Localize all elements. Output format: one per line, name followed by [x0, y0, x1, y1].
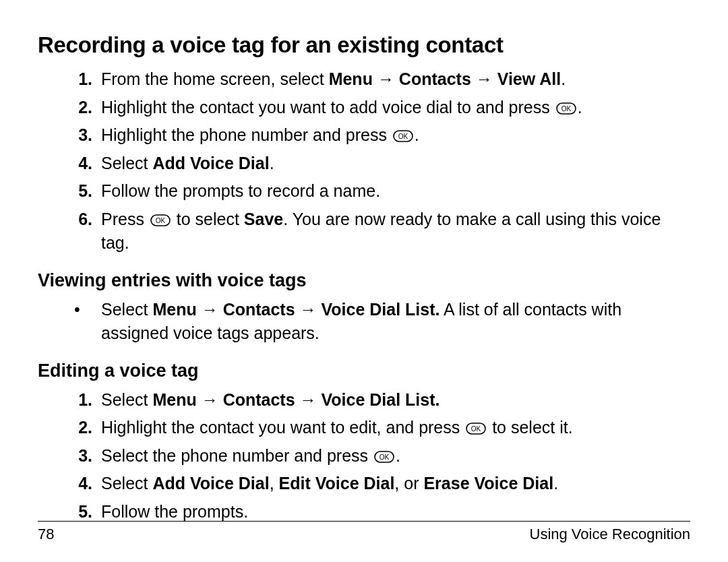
page-title: Recording a voice tag for an existing co…: [38, 32, 690, 58]
step-text: Highlight the phone number and press: [101, 125, 392, 144]
step-text: .: [553, 474, 558, 493]
list-item: Highlight the contact you want to edit, …: [97, 416, 690, 440]
step-text: , or: [394, 474, 423, 493]
list-item: Highlight the phone number and press OK.: [97, 123, 690, 148]
page-number: 78: [38, 526, 54, 543]
ok-button-icon: OK: [466, 423, 486, 435]
list-item: Select Menu → Contacts → Voice Dial List…: [97, 388, 690, 412]
chapter-title: Using Voice Recognition: [530, 526, 690, 543]
list-item: Follow the prompts to record a name.: [97, 179, 690, 204]
arrow-icon: →: [377, 69, 394, 88]
step-text: Select the phone number and press: [101, 446, 373, 465]
list-item: Follow the prompts.: [97, 500, 690, 524]
svg-text:OK: OK: [471, 425, 481, 433]
list-item: Select Add Voice Dial.: [97, 152, 690, 176]
contacts-label: Contacts: [223, 390, 295, 409]
step-text: ,: [270, 474, 279, 493]
step-text: Follow the prompts.: [101, 502, 248, 521]
erase-voice-dial-label: Erase Voice Dial: [423, 474, 553, 493]
arrow-icon: →: [476, 69, 493, 88]
arrow-icon: →: [300, 300, 317, 319]
ok-button-icon: OK: [556, 102, 576, 115]
svg-text:OK: OK: [380, 454, 390, 461]
step-text: Select: [101, 390, 152, 409]
step-text: Highlight the contact you want to edit, …: [101, 418, 464, 437]
list-item: Highlight the contact you want to add vo…: [97, 96, 690, 120]
list-item: From the home screen, select Menu → Cont…: [97, 67, 690, 92]
page-footer: 78 Using Voice Recognition: [38, 521, 690, 543]
add-voice-dial-label: Add Voice Dial: [152, 154, 269, 173]
step-text: Follow the prompts to record a name.: [101, 181, 380, 200]
editing-steps-list: Select Menu → Contacts → Voice Dial List…: [38, 388, 690, 524]
manual-page: Recording a voice tag for an existing co…: [0, 0, 728, 562]
voice-dial-list-label: Voice Dial List: [322, 390, 435, 409]
edit-voice-dial-label: Edit Voice Dial: [279, 474, 395, 493]
contacts-label: Contacts: [223, 300, 295, 319]
list-item: Select Menu → Contacts → Voice Dial List…: [70, 298, 690, 346]
step-text: to select: [172, 210, 244, 228]
ok-button-icon: OK: [374, 451, 394, 463]
list-item: Select the phone number and press OK.: [97, 444, 690, 468]
contacts-label: Contacts: [399, 69, 471, 88]
step-text: Highlight the contact you want to add vo…: [101, 98, 555, 117]
step-text: .: [270, 154, 274, 173]
step-text: .: [561, 69, 566, 88]
list-item: Select Add Voice Dial, Edit Voice Dial, …: [97, 472, 690, 496]
svg-text:OK: OK: [398, 133, 408, 140]
step-text: Press: [101, 210, 149, 228]
ok-button-icon: OK: [150, 214, 171, 226]
subhead-viewing: Viewing entries with voice tags: [38, 270, 690, 291]
svg-text:OK: OK: [561, 105, 571, 113]
arrow-icon: →: [202, 300, 218, 319]
ok-button-icon: OK: [393, 130, 413, 142]
step-text: Select: [101, 474, 152, 493]
step-text: to select it.: [487, 418, 572, 437]
viewing-list: Select Menu → Contacts → Voice Dial List…: [38, 298, 690, 346]
step-text: Select: [101, 300, 152, 319]
menu-label: Menu: [152, 390, 196, 409]
step-text: .: [415, 125, 419, 144]
view-all-label: View All: [497, 69, 561, 88]
svg-text:OK: OK: [156, 217, 166, 224]
step-text: .: [396, 446, 400, 465]
arrow-icon: →: [300, 390, 317, 409]
step-text: From the home screen, select: [101, 69, 329, 88]
add-voice-dial-label: Add Voice Dial: [152, 474, 269, 493]
menu-label: Menu: [329, 69, 373, 88]
step-text: Select: [101, 154, 152, 173]
arrow-icon: →: [202, 390, 218, 409]
voice-dial-list-label: Voice Dial List: [322, 300, 435, 319]
step-text: .: [578, 98, 582, 117]
save-label: Save: [244, 210, 283, 228]
period: .: [435, 390, 440, 409]
menu-label: Menu: [152, 300, 196, 319]
footer-rule: [38, 521, 690, 522]
subhead-editing: Editing a voice tag: [38, 361, 690, 381]
list-item: Press OK to select Save. You are now rea…: [97, 208, 690, 255]
recording-steps-list: From the home screen, select Menu → Cont…: [38, 67, 690, 255]
